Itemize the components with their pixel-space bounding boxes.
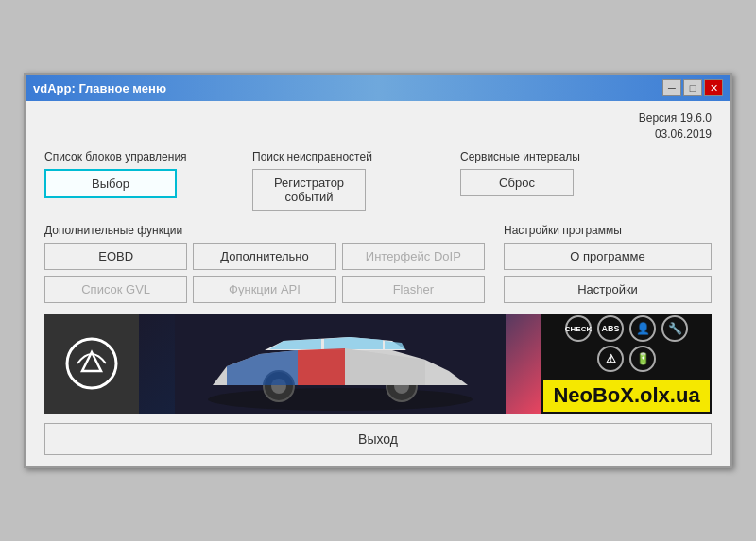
- check-icon: CHECK: [565, 315, 592, 342]
- section3-label: Сервисные интервалы: [460, 150, 712, 163]
- settings-button[interactable]: Настройки: [504, 276, 712, 303]
- svg-point-2: [208, 388, 472, 411]
- icons-row-2: ⚠ 🔋: [597, 346, 656, 372]
- additional-label: Дополнительные функции: [44, 224, 485, 237]
- brand-container: NeoBoX.olx.ua: [543, 380, 709, 412]
- doip-button[interactable]: Интерфейс DoIP: [342, 243, 485, 270]
- extra-button[interactable]: Дополнительно: [193, 243, 335, 270]
- window-controls: ─ □ ✕: [662, 79, 723, 96]
- svg-point-0: [67, 339, 116, 388]
- section2-label: Поиск неисправностей: [252, 150, 441, 163]
- exit-button[interactable]: Выход: [44, 423, 712, 455]
- banner-car-image: [139, 314, 541, 414]
- titlebar: vdApp: Главное меню ─ □ ✕: [26, 75, 730, 101]
- version-info: Версия 19.6.0 03.06.2019: [44, 110, 712, 143]
- banner-logo: [44, 314, 139, 414]
- steering-icon: 🔧: [662, 315, 688, 342]
- event-recorder-button[interactable]: Регистратор событий: [252, 169, 366, 211]
- section-control-units: Список блоков управления Выбор: [44, 150, 233, 211]
- settings-label: Настройки программы: [504, 224, 712, 237]
- gvl-button[interactable]: Список GVL: [44, 276, 187, 303]
- person-icon: 👤: [629, 315, 656, 342]
- additional-buttons-grid: EOBD Дополнительно Интерфейс DoIP Список…: [44, 243, 485, 303]
- minimize-button[interactable]: ─: [662, 79, 681, 96]
- top-sections-row: Список блоков управления Выбор Поиск неи…: [44, 150, 712, 211]
- version-line1: Версия 19.6.0: [44, 110, 712, 127]
- banner: CHECK ABS 👤 🔧 ⚠ 🔋 NeoBoX.olx.ua: [44, 314, 712, 414]
- settings-buttons-grid: О программе Настройки: [504, 243, 712, 303]
- abs-icon: ABS: [597, 315, 624, 342]
- section-service-intervals: Сервисные интервалы Сброс: [460, 150, 712, 211]
- flasher-button[interactable]: Flasher: [342, 276, 485, 303]
- about-button[interactable]: О программе: [504, 243, 712, 270]
- content-area: Версия 19.6.0 03.06.2019 Список блоков у…: [26, 101, 730, 466]
- maximize-button[interactable]: □: [683, 79, 702, 96]
- reset-button[interactable]: Сброс: [460, 169, 574, 196]
- car-svg: [139, 314, 541, 414]
- eobd-button[interactable]: EOBD: [44, 243, 187, 270]
- brand-text: NeoBoX.olx.ua: [543, 380, 709, 412]
- warning-icon: ⚠: [597, 346, 624, 372]
- window-title: vdApp: Главное меню: [33, 81, 166, 95]
- section1-label: Список блоков управления: [44, 150, 233, 163]
- close-button[interactable]: ✕: [704, 79, 723, 96]
- logo-icon: [63, 335, 120, 392]
- main-window: vdApp: Главное меню ─ □ ✕ Версия 19.6.0 …: [24, 73, 732, 468]
- section-settings: Настройки программы О программе Настройк…: [504, 224, 712, 303]
- bottom-sections-row: Дополнительные функции EOBD Дополнительн…: [44, 224, 712, 303]
- select-button[interactable]: Выбор: [44, 169, 177, 198]
- section-diagnostics: Поиск неисправностей Регистратор событий: [252, 150, 441, 211]
- section-additional: Дополнительные функции EOBD Дополнительн…: [44, 224, 485, 303]
- battery-icon: 🔋: [629, 346, 656, 372]
- icons-row-1: CHECK ABS 👤 🔧: [565, 315, 688, 342]
- version-line2: 03.06.2019: [44, 127, 712, 143]
- banner-icons: CHECK ABS 👤 🔧 ⚠ 🔋 NeoBoX.olx.ua: [541, 314, 712, 414]
- api-button[interactable]: Функции API: [193, 276, 335, 303]
